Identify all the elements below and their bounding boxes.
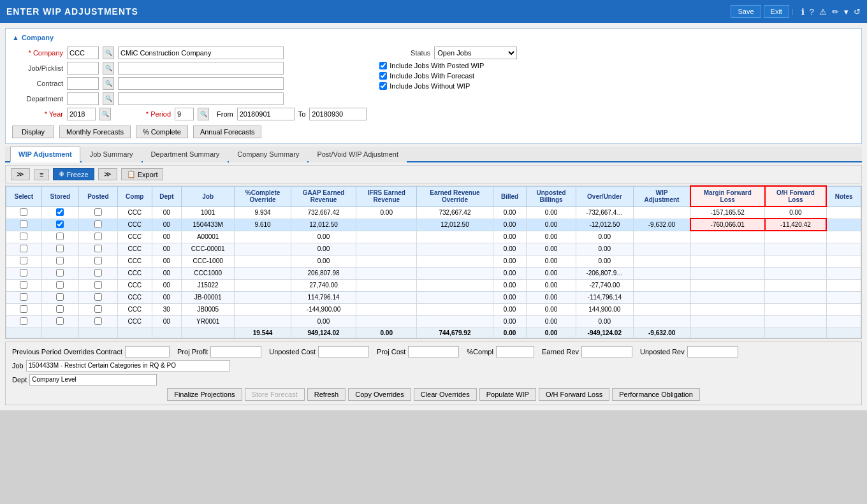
expand-button[interactable]: ≫ [11,168,30,180]
freeze-button[interactable]: ❄ Freeze [53,168,94,180]
job-picklist-name-input[interactable] [118,62,284,75]
save-button[interactable]: Save [731,5,761,18]
select-checkbox[interactable] [20,281,27,289]
job-picklist-search[interactable]: 🔍 [103,62,114,75]
export-button[interactable]: 📋 Export [121,168,164,180]
unposted-rev-input[interactable] [687,346,738,357]
department-input[interactable] [67,92,99,105]
dept-value-input[interactable] [29,374,157,385]
posted-checkbox[interactable] [94,233,102,240]
settings-icon[interactable]: ✏ [832,7,839,17]
posted-checkbox[interactable] [94,317,102,325]
stored-checkbox[interactable] [56,245,64,252]
period-search[interactable]: 🔍 [198,108,209,120]
select-checkbox[interactable] [20,245,27,252]
posted-checkbox[interactable] [94,293,102,301]
stored-checkbox[interactable] [56,208,64,216]
stored-checkbox[interactable] [56,220,64,228]
contract-input[interactable] [67,77,99,90]
posted-checkbox[interactable] [94,281,102,289]
status-row: Status Open Jobs [379,47,558,59]
unposted-cost-input[interactable] [318,346,369,357]
select-checkbox[interactable] [20,293,27,301]
department-name-input[interactable] [118,92,284,105]
stored-checkbox[interactable] [56,317,64,325]
contract-name-input[interactable] [118,77,284,90]
proj-profit-input[interactable] [210,346,261,357]
tab-department-summary[interactable]: Department Summary [143,147,228,162]
job-value-input[interactable] [26,360,230,371]
clear-overrides-button[interactable]: Clear Overrides [414,388,477,401]
year-search[interactable]: 🔍 [99,108,111,120]
tab-post-void[interactable]: Post/Void WIP Adjustment [309,147,407,162]
posted-checkbox[interactable] [94,269,102,277]
table-cell [235,267,291,279]
table-cell: 00 [152,255,181,267]
select-checkbox[interactable] [20,317,27,325]
year-input[interactable] [67,108,96,120]
contract-search[interactable]: 🔍 [103,77,114,90]
table-cell: 206,807.98 [291,267,356,279]
annual-forecasts-button[interactable]: Annual Forecasts [193,126,262,138]
stored-checkbox[interactable] [56,257,64,264]
from-date-input[interactable] [237,108,295,120]
posted-checkbox[interactable] [94,220,102,228]
tab-wip-adjustment[interactable]: WIP Adjustment [10,147,80,162]
table-cell [356,255,417,267]
status-select[interactable]: Open Jobs [434,47,517,59]
exit-button[interactable]: Exit [764,5,789,18]
collapse-button[interactable]: ≡ [34,169,49,180]
department-search[interactable]: 🔍 [103,92,114,105]
stored-checkbox[interactable] [56,293,64,301]
alert-icon[interactable]: ⚠ [819,7,827,17]
include-posted-wip-checkbox[interactable] [379,62,387,69]
table-cell: 0.00 [576,231,633,243]
stored-checkbox[interactable] [56,269,64,277]
select-checkbox[interactable] [20,208,27,216]
proj-cost-input[interactable] [408,346,459,357]
stored-checkbox[interactable] [56,233,64,240]
to-date-input[interactable] [309,108,367,120]
info-icon[interactable]: ℹ [801,7,805,17]
refresh-button[interactable]: Refresh [307,388,346,401]
select-checkbox[interactable] [20,257,27,264]
oh-forward-loss-button[interactable]: O/H Forward Loss [539,388,609,401]
tab-job-summary[interactable]: Job Summary [82,147,142,162]
display-button[interactable]: Display [12,126,54,138]
copy-overrides-button[interactable]: Copy Overrides [348,388,411,401]
dropdown-icon[interactable]: ▾ [844,7,849,17]
select-checkbox[interactable] [20,233,27,240]
col-dept: Dept [152,186,181,206]
expand2-button[interactable]: ≫ [98,168,117,180]
select-checkbox[interactable] [20,269,27,277]
tab-company-summary[interactable]: Company Summary [229,147,307,162]
posted-checkbox[interactable] [94,257,102,264]
posted-checkbox[interactable] [94,245,102,252]
stored-checkbox[interactable] [56,281,64,289]
refresh-icon[interactable]: ↺ [854,7,861,17]
posted-checkbox[interactable] [94,305,102,313]
job-picklist-input[interactable] [67,62,99,75]
company-name-input[interactable] [118,47,284,59]
select-checkbox[interactable] [20,220,27,228]
earned-rev-input[interactable] [581,346,632,357]
help-icon[interactable]: ? [810,7,814,17]
stored-checkbox[interactable] [56,305,64,313]
pct-compl-input[interactable] [496,346,534,357]
performance-obligation-button[interactable]: Performance Obligation [612,388,700,401]
period-input[interactable] [175,108,194,120]
monthly-forecasts-button[interactable]: Monthly Forecasts [59,126,131,138]
include-forecast-checkbox[interactable] [379,72,387,80]
select-cell [6,303,42,315]
select-checkbox[interactable] [20,305,27,313]
finalize-projections-button[interactable]: Finalize Projections [167,388,242,401]
company-search-button[interactable]: 🔍 [103,47,114,59]
posted-checkbox[interactable] [94,208,102,216]
include-without-wip-checkbox[interactable] [379,82,387,90]
store-forecast-button[interactable]: Store Forecast [245,388,305,401]
pct-complete-button[interactable]: % Complete [136,126,188,138]
populate-wip-button[interactable]: Populate WIP [479,388,536,401]
company-code-input[interactable] [67,47,99,59]
prev-period-input[interactable] [125,346,170,357]
table-cell: CCC [117,315,152,328]
